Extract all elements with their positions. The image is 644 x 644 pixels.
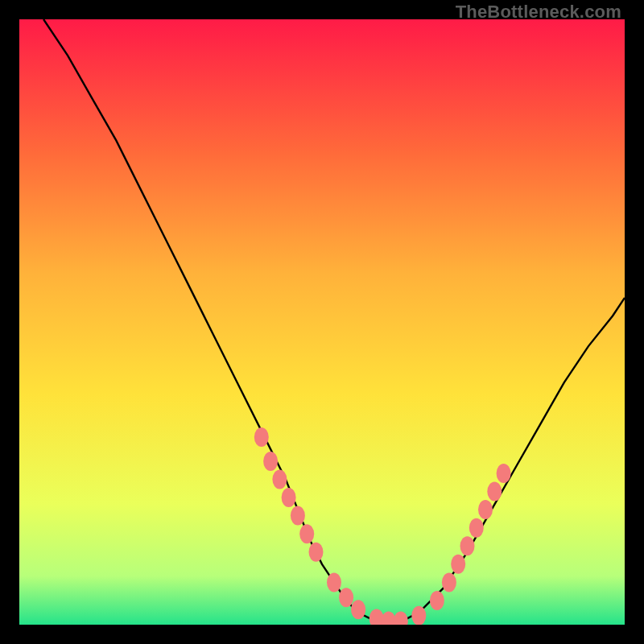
highlight-dot [411, 606, 426, 625]
highlight-dot [309, 543, 324, 562]
highlight-dot [282, 488, 296, 507]
highlight-dot [430, 591, 444, 610]
bottleneck-chart [19, 19, 625, 625]
highlight-dot [478, 500, 493, 519]
highlight-dot [351, 600, 365, 619]
highlight-dot [487, 482, 502, 502]
highlight-dot [272, 470, 287, 489]
highlight-dot [460, 536, 475, 555]
highlight-dot [327, 572, 341, 592]
highlight-dot [263, 452, 278, 471]
chart-frame [19, 19, 625, 625]
highlight-dot [497, 464, 511, 483]
highlight-dot [254, 427, 269, 447]
highlight-dot [299, 524, 314, 543]
highlight-dot [469, 518, 484, 538]
highlight-dot [339, 588, 353, 607]
highlight-dot [442, 572, 456, 592]
gradient-background [19, 19, 625, 625]
watermark-text: TheBottleneck.com [456, 2, 621, 23]
highlight-dot [291, 506, 305, 526]
highlight-dot [451, 555, 465, 574]
